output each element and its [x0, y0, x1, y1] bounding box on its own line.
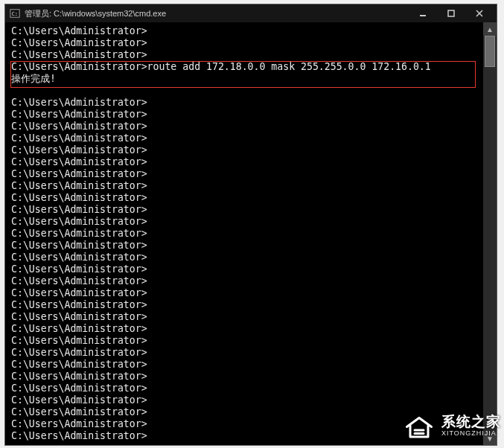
- prompt-line: C:\Users\Administrator>: [11, 25, 479, 37]
- scrollbar-track[interactable]: [483, 36, 497, 432]
- prompt-line: C:\Users\Administrator>: [11, 204, 479, 216]
- svg-rect-3: [448, 10, 454, 16]
- prompt-line: C:\Users\Administrator>: [11, 406, 479, 418]
- scrollbar-thumb[interactable]: [485, 36, 495, 67]
- vertical-scrollbar[interactable]: ▲ ▼: [483, 22, 497, 445]
- prompt-line: C:\Users\Administrator>: [11, 263, 479, 275]
- prompt-line: C:\Users\Administrator>: [11, 418, 479, 430]
- prompt-line: C:\Users\Administrator>: [11, 168, 479, 180]
- svg-text:C:: C:: [12, 11, 18, 17]
- maximize-button[interactable]: [437, 6, 465, 21]
- prompt-line: C:\Users\Administrator>: [11, 132, 479, 144]
- console-body: C:\Users\Administrator>C:\Users\Administ…: [5, 22, 497, 445]
- prompt-line: C:\Users\Administrator>: [11, 335, 479, 347]
- prompt-line: C:\Users\Administrator>: [11, 252, 479, 263]
- result-line: 操作完成!: [11, 73, 479, 85]
- command-line: C:\Users\Administrator>route add 172.18.…: [11, 61, 479, 73]
- window-title: 管理员: C:\windows\system32\cmd.exe: [25, 8, 409, 19]
- prompt-line: C:\Users\Administrator>: [11, 359, 479, 371]
- prompt-line: C:\Users\Administrator>: [11, 430, 479, 442]
- console-output[interactable]: C:\Users\Administrator>C:\Users\Administ…: [5, 22, 483, 445]
- scroll-down-button[interactable]: ▼: [483, 432, 497, 445]
- prompt-line: C:\Users\Administrator>: [11, 299, 479, 311]
- prompt-line: C:\Users\Administrator>: [11, 144, 479, 156]
- scroll-up-button[interactable]: ▲: [483, 22, 497, 36]
- blank-line: [11, 85, 479, 97]
- prompt-line: C:\Users\Administrator>: [11, 37, 479, 49]
- prompt-line: C:\Users\Administrator>: [11, 49, 479, 61]
- close-button[interactable]: [465, 6, 494, 21]
- prompt-line: C:\Users\Administrator>: [11, 347, 479, 359]
- prompt-line: C:\Users\Administrator>: [11, 394, 479, 406]
- prompt-line: C:\Users\Administrator>: [11, 156, 479, 168]
- prompt-line: C:\Users\Administrator>: [11, 240, 479, 252]
- prompt-line: C:\Users\Administrator>: [11, 311, 479, 323]
- svg-rect-2: [420, 15, 426, 16]
- cmd-window: C: 管理员: C:\windows\system32\cmd.exe C:\U…: [4, 4, 497, 446]
- minimize-button[interactable]: [409, 6, 437, 21]
- prompt-line: C:\Users\Administrator>: [11, 287, 479, 299]
- prompt-line: C:\Users\Administrator>: [11, 383, 479, 394]
- cmd-icon: C:: [10, 8, 20, 19]
- titlebar[interactable]: C: 管理员: C:\windows\system32\cmd.exe: [5, 4, 497, 22]
- prompt-line: C:\Users\Administrator>: [11, 109, 479, 121]
- prompt-line: C:\Users\Administrator>: [11, 192, 479, 204]
- prompt-line: C:\Users\Administrator>: [11, 371, 479, 383]
- prompt-line: C:\Users\Administrator>: [11, 121, 479, 132]
- prompt-line: C:\Users\Administrator>: [11, 323, 479, 335]
- prompt-line: C:\Users\Administrator>: [11, 180, 479, 192]
- prompt-line: C:\Users\Administrator>: [11, 216, 479, 228]
- prompt-line: C:\Users\Administrator>: [11, 97, 479, 109]
- prompt-line: C:\Users\Administrator>: [11, 228, 479, 240]
- prompt-line: C:\Users\Administrator>: [11, 275, 479, 287]
- window-buttons: [409, 6, 494, 21]
